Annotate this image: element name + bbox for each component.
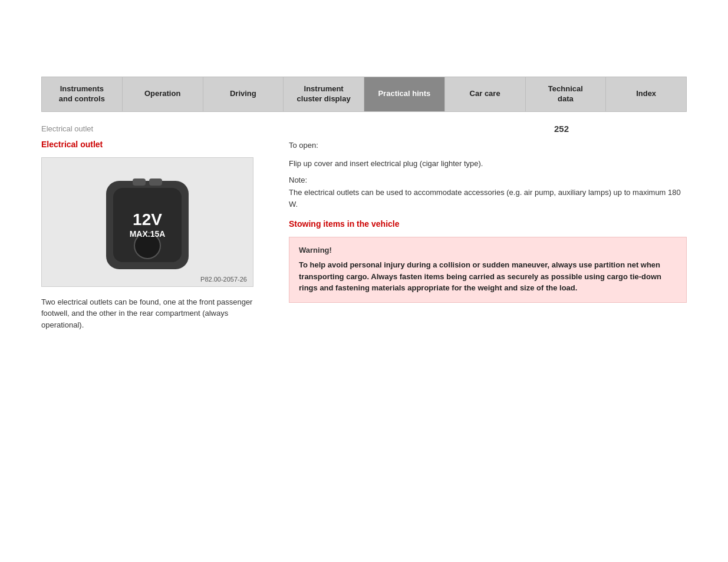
to-open-label: To open: — [289, 140, 687, 152]
left-section-title: Electrical outlet — [41, 140, 265, 149]
outlet-image: 12V MAX.15A P82.00-2057-26 — [41, 157, 253, 287]
navigation-bar: Instruments and controls Operation Drivi… — [41, 77, 687, 112]
left-column: Electrical outlet 12V MAX. — [41, 140, 265, 331]
warning-box: Warning! To help avoid personal injury d… — [289, 237, 687, 303]
nav-item-technical-data[interactable]: Technical data — [526, 77, 607, 111]
nav-item-practical-hints[interactable]: Practical hints — [364, 77, 445, 111]
right-column: To open: Flip up cover and insert electr… — [289, 140, 687, 331]
nav-item-operation[interactable]: Operation — [123, 77, 203, 111]
warning-text: To help avoid personal injury during a c… — [299, 259, 677, 294]
image-caption: P82.00-2057-26 — [200, 276, 247, 283]
page-number: 252 — [554, 124, 569, 134]
outlet-svg: 12V MAX.15A — [100, 169, 195, 275]
svg-rect-2 — [133, 178, 146, 186]
note-text: The electrical outlets can be used to ac… — [289, 187, 687, 210]
breadcrumb: Electrical outlet — [41, 124, 93, 133]
page-content: Electrical outlet 252 Electrical outlet — [41, 112, 687, 343]
nav-item-car-care[interactable]: Car care — [445, 77, 526, 111]
breadcrumb-row: Electrical outlet 252 — [41, 124, 687, 134]
warning-title: Warning! — [299, 246, 677, 254]
nav-item-instruments-and-controls[interactable]: Instruments and controls — [42, 77, 123, 111]
svg-text:12V: 12V — [133, 210, 162, 229]
note-label: Note: — [289, 176, 687, 184]
stowing-section-title: Stowing items in the vehicle — [289, 219, 687, 229]
svg-rect-3 — [149, 178, 162, 186]
nav-item-instrument-cluster-display[interactable]: Instrument cluster display — [284, 77, 364, 111]
to-open-text: Flip up cover and insert electrical plug… — [289, 158, 687, 170]
left-description: Two electrical outlets can be found, one… — [41, 296, 265, 331]
content-columns: Electrical outlet 12V MAX. — [41, 140, 687, 331]
nav-item-driving[interactable]: Driving — [203, 77, 284, 111]
svg-text:MAX.15A: MAX.15A — [130, 229, 166, 239]
nav-item-index[interactable]: Index — [606, 77, 686, 111]
